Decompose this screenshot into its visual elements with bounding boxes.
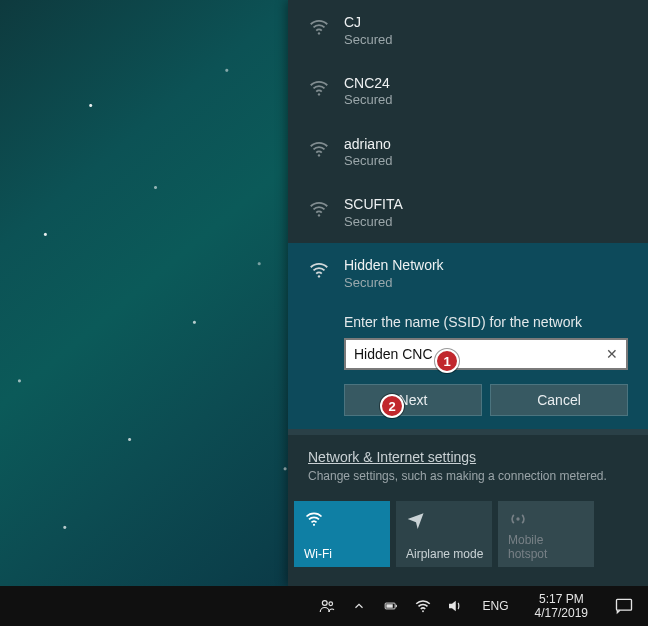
svg-point-4 (318, 275, 320, 277)
network-text: SCUFITA Secured (344, 196, 403, 230)
tile-airplane[interactable]: Airplane mode (396, 501, 492, 567)
network-settings-sub: Change settings, such as making a connec… (308, 469, 628, 483)
annotation-badge-1: 1 (435, 349, 459, 373)
language-indicator[interactable]: ENG (477, 599, 515, 613)
network-name: CNC24 (344, 75, 392, 93)
network-status: Secured (344, 214, 403, 230)
network-item[interactable]: adriano Secured (288, 122, 648, 183)
battery-icon[interactable] (381, 586, 401, 626)
next-button[interactable]: Next (344, 384, 482, 416)
cancel-button[interactable]: Cancel (490, 384, 628, 416)
hidden-network-expand: Enter the name (SSID) for the network ✕ … (288, 304, 648, 429)
svg-point-0 (318, 32, 320, 34)
clock-time: 5:17 PM (535, 592, 588, 606)
tile-label: Wi-Fi (304, 548, 382, 561)
network-settings-block: Network & Internet settings Change setti… (288, 435, 648, 495)
close-icon: ✕ (606, 346, 618, 362)
network-name: Hidden Network (344, 257, 444, 275)
quick-action-tiles: Wi-Fi Airplane mode Mobile hotspot (288, 495, 648, 573)
tile-label: Airplane mode (406, 548, 484, 561)
network-item-hidden[interactable]: Hidden Network Secured (288, 243, 648, 304)
svg-point-6 (516, 517, 519, 520)
volume-icon[interactable] (445, 586, 465, 626)
network-name: CJ (344, 14, 392, 32)
network-text: CNC24 Secured (344, 75, 392, 109)
network-item[interactable]: CNC24 Secured (288, 61, 648, 122)
taskbar-clock[interactable]: 5:17 PM 4/17/2019 (527, 592, 596, 621)
svg-point-12 (422, 610, 424, 612)
network-name: adriano (344, 136, 392, 154)
network-status: Secured (344, 153, 392, 169)
tile-hotspot[interactable]: Mobile hotspot (498, 501, 594, 567)
svg-rect-11 (386, 604, 392, 608)
svg-point-1 (318, 93, 320, 95)
people-icon[interactable] (317, 586, 337, 626)
network-text: CJ Secured (344, 14, 392, 48)
tray-chevron-up-icon[interactable] (349, 586, 369, 626)
network-flyout: CJ Secured CNC24 Secured adriano (288, 0, 648, 586)
network-status: Secured (344, 92, 392, 108)
available-networks-list: CJ Secured CNC24 Secured adriano (288, 0, 648, 429)
svg-point-7 (322, 601, 327, 606)
svg-point-5 (313, 524, 315, 526)
system-tray: ENG 5:17 PM 4/17/2019 (309, 586, 604, 626)
tile-label: Mobile hotspot (508, 534, 586, 560)
wifi-icon (308, 198, 330, 220)
wifi-icon (304, 509, 382, 529)
network-text: Hidden Network Secured (344, 257, 444, 291)
wifi-icon (308, 259, 330, 281)
wifi-tray-icon[interactable] (413, 586, 433, 626)
airplane-icon (406, 509, 484, 529)
wifi-icon (308, 16, 330, 38)
ssid-input[interactable] (344, 338, 628, 370)
clear-input-button[interactable]: ✕ (596, 338, 628, 370)
svg-point-8 (329, 602, 333, 606)
wifi-icon (308, 77, 330, 99)
action-center-button[interactable] (604, 586, 644, 626)
network-status: Secured (344, 32, 392, 48)
network-name: SCUFITA (344, 196, 403, 214)
clock-date: 4/17/2019 (535, 606, 588, 620)
hotspot-icon (508, 509, 586, 529)
network-status: Secured (344, 275, 444, 291)
wifi-icon (308, 138, 330, 160)
svg-point-2 (318, 154, 320, 156)
tile-wifi[interactable]: Wi-Fi (294, 501, 390, 567)
ssid-prompt: Enter the name (SSID) for the network (344, 314, 628, 330)
network-item[interactable]: SCUFITA Secured (288, 182, 648, 243)
annotation-badge-2: 2 (380, 394, 404, 418)
network-settings-link[interactable]: Network & Internet settings (308, 449, 476, 465)
network-item[interactable]: CJ Secured (288, 0, 648, 61)
svg-rect-13 (617, 599, 632, 610)
svg-point-3 (318, 214, 320, 216)
network-text: adriano Secured (344, 136, 392, 170)
taskbar: ENG 5:17 PM 4/17/2019 (0, 586, 648, 626)
svg-rect-10 (395, 605, 396, 607)
